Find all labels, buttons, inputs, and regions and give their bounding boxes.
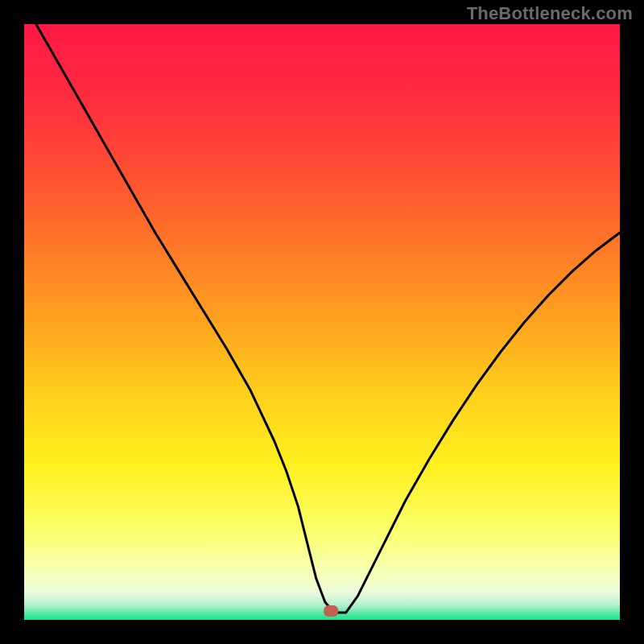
optimum-marker [324,605,338,617]
bottleneck-chart [0,0,644,644]
chart-frame: TheBottleneck.com [0,0,644,644]
plot-background [24,24,620,620]
watermark-text: TheBottleneck.com [467,3,633,24]
